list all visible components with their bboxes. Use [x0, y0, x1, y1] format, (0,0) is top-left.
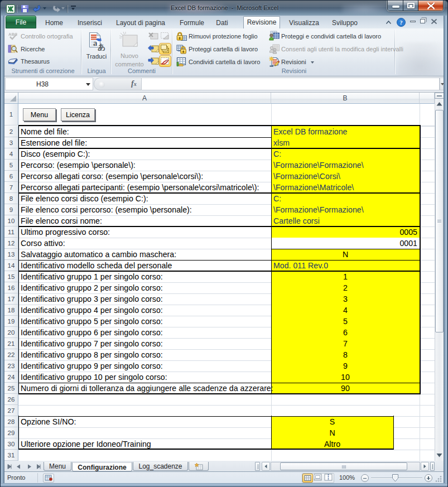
svg-text:a: a	[93, 38, 98, 47]
svg-text:?: ?	[399, 19, 403, 26]
svg-text:あ: あ	[98, 42, 105, 51]
